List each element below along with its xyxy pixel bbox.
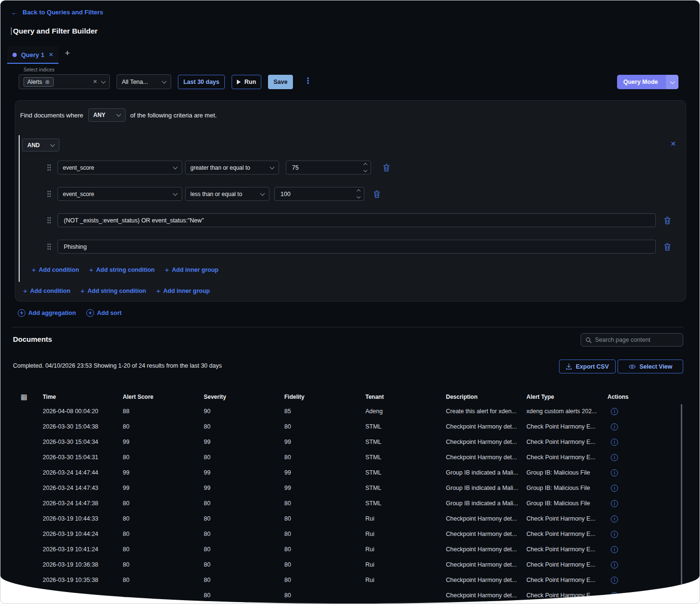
cell-description: Checkpoint Harmony det... [446, 577, 526, 583]
add-string-condition-link[interactable]: + Add string condition [81, 287, 146, 295]
group-operator-select[interactable]: AND [22, 139, 59, 151]
query-mode-dropdown[interactable] [666, 75, 678, 89]
cell-alert-score: 80 [123, 546, 204, 553]
table-body: 2026-04-08 00:04:20 88 90 85 Adeng Creat… [43, 404, 681, 603]
tab-close-icon[interactable]: ✕ [48, 51, 53, 58]
table-row[interactable]: 2026-03-30 15:04:38 80 80 80 STML Checkp… [43, 419, 681, 434]
tenant-select[interactable]: All Tena... [117, 74, 171, 89]
run-button[interactable]: Run [232, 75, 261, 89]
time-range-button[interactable]: Last 30 days [178, 75, 225, 89]
table-row[interactable]: 80 80 Checkpoint Harmony det... Check Po… [43, 588, 681, 603]
add-condition-link[interactable]: + Add condition [32, 266, 79, 274]
table-row[interactable]: 2026-03-19 10:44:33 80 80 80 Rui Checkpo… [43, 511, 681, 526]
info-icon[interactable]: i [611, 500, 618, 507]
delete-condition-button[interactable] [383, 164, 390, 172]
delete-condition-button[interactable] [373, 190, 380, 198]
condition-value-input[interactable] [286, 161, 371, 174]
operator-select[interactable]: greater than or equal to [185, 161, 279, 174]
indices-select[interactable]: Alerts ⊗ ✕ [19, 74, 110, 89]
value-field[interactable] [292, 164, 364, 171]
cell-description: Group IB indicated a Mali... [446, 469, 526, 476]
info-icon[interactable]: i [611, 515, 618, 523]
column-header-time[interactable]: Time [43, 394, 123, 400]
table-row[interactable]: 2026-04-08 00:04:20 88 90 85 Adeng Creat… [43, 404, 681, 419]
info-icon[interactable]: i [611, 531, 618, 538]
info-icon[interactable]: i [611, 546, 618, 553]
cell-description: Checkpoint Harmony det... [446, 561, 526, 568]
add-tab-button[interactable]: + [65, 48, 70, 58]
clear-indices-icon[interactable]: ✕ [93, 79, 97, 85]
column-header-description[interactable]: Description [446, 394, 526, 400]
column-picker-icon[interactable]: ▦ [21, 393, 27, 401]
drag-handle-icon[interactable] [47, 190, 51, 197]
column-header-tenant[interactable]: Tenant [365, 394, 446, 400]
condition-value-input[interactable] [274, 187, 364, 201]
operator-select[interactable]: less than or equal to [185, 187, 269, 201]
string-condition-input[interactable] [58, 240, 656, 254]
table-row[interactable]: 2026-03-24 14:47:43 99 99 99 STML Group … [43, 480, 681, 496]
number-stepper[interactable] [364, 163, 367, 172]
match-type-select[interactable]: ANY [88, 108, 126, 122]
cell-fidelity: 80 [284, 546, 365, 553]
table-row[interactable]: 2026-03-30 15:04:31 80 80 80 STML Checkp… [43, 450, 681, 465]
table-scrollbar[interactable] [681, 404, 682, 602]
info-icon[interactable]: i [611, 408, 618, 415]
info-icon[interactable]: i [611, 592, 618, 599]
info-icon[interactable]: i [611, 577, 618, 584]
save-button[interactable]: Save [268, 75, 293, 89]
cell-severity: 80 [204, 454, 284, 461]
drag-handle-icon[interactable] [47, 164, 51, 171]
add-condition-link[interactable]: + Add condition [23, 287, 70, 295]
field-select[interactable]: event_score [58, 187, 182, 201]
info-icon[interactable]: i [611, 439, 618, 446]
add-inner-group-label: Add inner group [163, 288, 210, 294]
string-condition-input[interactable] [58, 213, 656, 227]
add-aggregation-link[interactable]: + Add aggregation [18, 309, 76, 317]
indices-chip[interactable]: Alerts ⊗ [23, 77, 54, 87]
drag-handle-icon[interactable] [47, 243, 51, 250]
add-sort-link[interactable]: + Add sort [86, 309, 121, 317]
info-icon[interactable]: i [611, 561, 618, 569]
table-row[interactable]: 2026-03-19 10:35:38 80 80 80 Rui Checkpo… [43, 572, 681, 588]
page-search[interactable] [581, 333, 683, 347]
table-row[interactable]: 2026-03-24 14:47:38 80 80 80 STML Group … [43, 496, 681, 511]
more-options-icon[interactable]: ⋮ [304, 76, 312, 86]
outer-group-actions: + Add condition + Add string condition +… [23, 287, 210, 295]
table-row[interactable]: 2026-03-24 14:47:44 99 99 99 STML Group … [43, 465, 681, 480]
table-row[interactable]: 2026-03-30 15:04:34 99 99 99 STML Checkp… [43, 434, 681, 450]
add-inner-group-label: Add inner group [172, 267, 219, 273]
column-header-fidelity[interactable]: Fidelity [284, 394, 365, 400]
plus-icon: + [156, 287, 161, 295]
add-string-condition-link[interactable]: + Add string condition [89, 266, 155, 274]
remove-group-icon[interactable]: ✕ [670, 140, 676, 148]
select-view-button[interactable]: Select View [618, 360, 683, 373]
add-inner-group-link[interactable]: + Add inner group [156, 287, 210, 295]
export-csv-button[interactable]: Export CSV [559, 360, 616, 373]
cell-severity: 99 [204, 469, 284, 476]
group-operator-value: AND [27, 142, 40, 149]
field-select[interactable]: event_score [58, 161, 182, 174]
column-header-alert-score[interactable]: Alert Score [123, 394, 204, 400]
search-input[interactable] [595, 337, 678, 343]
chip-remove-icon[interactable]: ⊗ [45, 79, 50, 85]
value-field[interactable] [280, 191, 357, 197]
info-icon[interactable]: i [611, 454, 618, 461]
table-row[interactable]: 2026-03-19 10:41:24 80 80 80 Rui Checkpo… [43, 542, 681, 557]
cell-alert-type: Check Point Harmony E... [526, 531, 607, 537]
back-link[interactable]: ← Back to Queries and Filters [11, 8, 103, 16]
column-header-severity[interactable]: Severity [204, 394, 284, 400]
number-stepper[interactable] [357, 190, 360, 198]
table-row[interactable]: 2026-03-19 10:44:24 80 80 80 Rui Checkpo… [43, 526, 681, 542]
tab-query-1[interactable]: Query 1 ✕ [7, 46, 58, 64]
drag-handle-icon[interactable] [47, 217, 51, 224]
column-header-alert-type[interactable]: Alert Type [526, 394, 607, 400]
info-icon[interactable]: i [611, 423, 618, 430]
query-mode-button[interactable]: Query Mode [617, 75, 678, 89]
delete-condition-button[interactable] [664, 243, 671, 251]
delete-condition-button[interactable] [664, 217, 671, 224]
chevron-down-icon [101, 79, 106, 83]
table-row[interactable]: 2026-03-19 10:36:38 80 80 80 Rui Checkpo… [43, 557, 681, 572]
add-inner-group-link[interactable]: + Add inner group [165, 266, 219, 274]
info-icon[interactable]: i [611, 485, 618, 492]
info-icon[interactable]: i [611, 469, 618, 476]
